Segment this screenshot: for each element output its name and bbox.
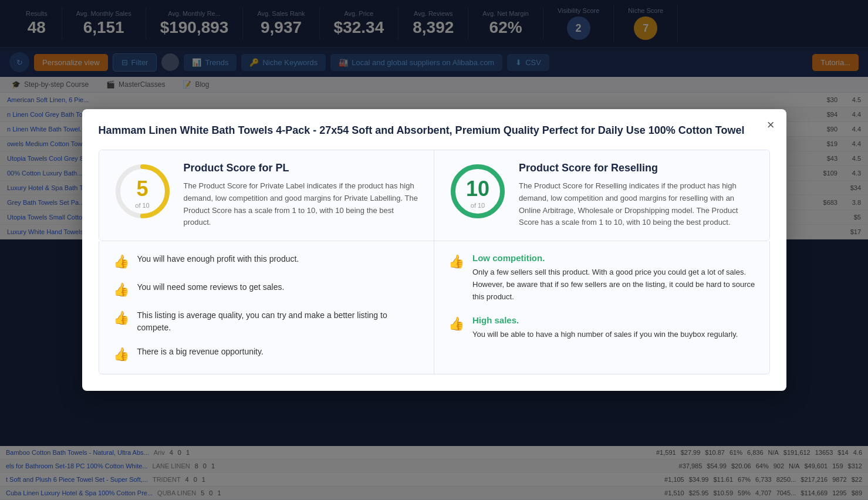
pl-benefit-text-3: This listing is average quality, you can… xyxy=(137,309,420,334)
reselling-benefit-2: 👍 High sales. You will be able to have a… xyxy=(448,315,755,341)
pl-benefit-text-1: You will have enough profit with this pr… xyxy=(137,253,299,265)
reselling-benefit-desc-1: Only a few sellers sell this product. Wi… xyxy=(472,266,755,303)
reselling-benefit-1: 👍 Low competition. Only a few sellers se… xyxy=(448,253,755,303)
reselling-score-of10: of 10 xyxy=(471,202,485,209)
pl-score-content: Product Score for PL The Product Score f… xyxy=(184,162,420,229)
thumbsup-icon-3: 👍 xyxy=(113,310,129,326)
pl-benefit-text-4: There is a big revenue opportunity. xyxy=(137,346,264,358)
pl-score-circle: 5 of 10 xyxy=(113,162,172,221)
reselling-score-content: Product Score for Reselling The Product … xyxy=(519,162,755,229)
pl-score-description: The Product Score for Private Label indi… xyxy=(184,180,420,229)
reselling-benefit-content-1: Low competition. Only a few sellers sell… xyxy=(472,253,755,303)
reselling-score-circle: 10 of 10 xyxy=(448,162,507,221)
reselling-benefits: 👍 Low competition. Only a few sellers se… xyxy=(434,241,769,374)
pl-benefit-3: 👍 This listing is average quality, you c… xyxy=(113,309,420,334)
pl-benefits: 👍 You will have enough profit with this … xyxy=(99,241,435,374)
pl-benefit-1: 👍 You will have enough profit with this … xyxy=(113,253,420,269)
reselling-score-heading: Product Score for Reselling xyxy=(519,162,755,174)
reselling-benefit-desc-2: You will be able to have a high number o… xyxy=(472,329,738,341)
modal-title: Hammam Linen White Bath Towels 4-Pack - … xyxy=(99,123,770,138)
reselling-benefit-content-2: High sales. You will be able to have a h… xyxy=(472,315,738,341)
reselling-benefit-heading-2: High sales. xyxy=(472,315,738,325)
thumbsup-icon-1: 👍 xyxy=(113,254,129,269)
thumbsup-green-icon-1: 👍 xyxy=(448,254,464,269)
modal-overlay[interactable]: Hammam Linen White Bath Towels 4-Pack - … xyxy=(0,0,868,500)
thumbsup-icon-2: 👍 xyxy=(113,282,129,298)
modal-close-button[interactable]: × xyxy=(767,119,775,131)
pl-benefit-text-2: You will need some reviews to get sales. xyxy=(137,281,285,293)
reselling-benefit-heading-1: Low competition. xyxy=(472,253,755,263)
score-panels: 5 of 10 Product Score for PL The Product… xyxy=(99,150,770,241)
reselling-score-number: 10 xyxy=(466,177,489,201)
benefits-panels: 👍 You will have enough profit with this … xyxy=(99,241,770,374)
pl-score-number: 5 xyxy=(136,177,148,201)
pl-benefit-2: 👍 You will need some reviews to get sale… xyxy=(113,281,420,298)
pl-score-panel: 5 of 10 Product Score for PL The Product… xyxy=(99,150,435,241)
thumbsup-green-icon-2: 👍 xyxy=(448,316,464,332)
product-score-modal: Hammam Linen White Bath Towels 4-Pack - … xyxy=(82,109,786,391)
pl-score-heading: Product Score for PL xyxy=(184,162,420,174)
reselling-score-description: The Product Score for Reselling indicate… xyxy=(519,180,755,229)
reselling-score-panel: 10 of 10 Product Score for Reselling The… xyxy=(434,150,769,241)
pl-benefit-4: 👍 There is a big revenue opportunity. xyxy=(113,346,420,362)
pl-score-of10: of 10 xyxy=(135,202,149,209)
thumbsup-icon-4: 👍 xyxy=(113,347,129,362)
